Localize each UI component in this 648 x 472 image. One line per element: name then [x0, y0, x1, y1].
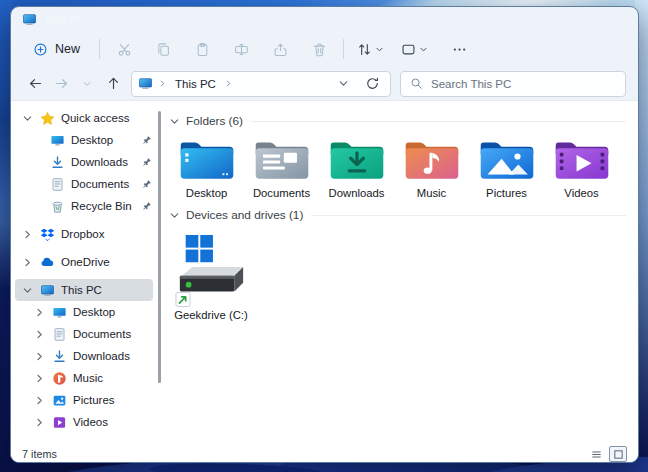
- sidebar-item-desktop[interactable]: Desktop: [11, 301, 161, 323]
- pin-icon: [141, 179, 152, 190]
- this-pc-monitor-icon: [138, 76, 153, 91]
- chevron-right-icon[interactable]: [21, 257, 33, 268]
- documents-doc-icon: [51, 326, 67, 342]
- sidebar-item-pictures[interactable]: Pictures: [11, 389, 161, 411]
- desktop-blue-icon: [49, 132, 65, 148]
- sidebar-item-downloads[interactable]: Downloads: [11, 345, 161, 367]
- breadcrumb-item[interactable]: This PC: [172, 77, 219, 91]
- sidebar-item-label: Documents: [73, 328, 131, 340]
- search-icon: [410, 77, 423, 90]
- sidebar-item-videos[interactable]: Videos: [11, 411, 161, 433]
- chevron-right-icon[interactable]: [21, 229, 33, 240]
- share-button[interactable]: [265, 34, 295, 64]
- sidebar-item-label: Downloads: [73, 350, 130, 362]
- sort-icon: [357, 42, 372, 57]
- large-thumbnails-view-button[interactable]: [609, 446, 627, 462]
- paste-button[interactable]: [187, 34, 217, 64]
- sidebar-item-label: Music: [73, 372, 103, 384]
- up-button[interactable]: [101, 72, 125, 96]
- delete-button[interactable]: [304, 34, 334, 64]
- see-more-button[interactable]: [444, 34, 474, 64]
- folder-documents-icon: [253, 137, 311, 184]
- folder-videos-icon: [553, 137, 611, 184]
- sort-button[interactable]: [353, 34, 388, 64]
- sidebar-item-recycle-bin[interactable]: Recycle Bin: [11, 195, 161, 217]
- details-view-icon: [591, 449, 602, 460]
- chevron-right-icon[interactable]: [33, 373, 45, 384]
- status-bar: 7 items: [11, 446, 638, 462]
- items-count: 7 items: [22, 448, 57, 460]
- file-item-music[interactable]: Music: [394, 137, 469, 199]
- chevron-down-icon[interactable]: [169, 116, 180, 127]
- file-item-documents[interactable]: Documents: [244, 137, 319, 199]
- chevron-down-icon[interactable]: [169, 210, 180, 221]
- file-item-videos[interactable]: Videos: [544, 137, 619, 199]
- folder-desktop-icon: [178, 137, 236, 184]
- file-item-label: Geekdrive (C:): [174, 309, 247, 321]
- sidebar-item-quick-access[interactable]: Quick access: [11, 107, 161, 129]
- view-button[interactable]: [397, 34, 432, 64]
- pin-icon: [141, 157, 152, 168]
- window-title: This PC: [44, 13, 86, 25]
- details-view-button[interactable]: [587, 446, 605, 462]
- section-title: Folders (6): [186, 114, 243, 128]
- sidebar-item-music[interactable]: Music: [11, 367, 161, 389]
- sidebar-item-label: Documents: [71, 178, 129, 190]
- file-item-geekdrive-c-[interactable]: Geekdrive (C:): [169, 233, 253, 321]
- new-button[interactable]: New: [25, 37, 90, 62]
- pictures-small-icon: [51, 392, 67, 408]
- paste-icon: [195, 42, 210, 57]
- sidebar-item-documents[interactable]: Documents: [11, 173, 161, 195]
- desktop-blue-icon: [51, 304, 67, 320]
- chevron-right-icon[interactable]: [33, 395, 45, 406]
- address-box[interactable]: This PC: [131, 71, 391, 97]
- copy-button[interactable]: [148, 34, 178, 64]
- chevron-right-icon[interactable]: [33, 351, 45, 362]
- dd-chevron-icon: [375, 45, 384, 54]
- pin-icon: [141, 135, 152, 146]
- sidebar-item-this-pc[interactable]: This PC: [15, 279, 153, 301]
- rename-button[interactable]: [226, 34, 256, 64]
- content-pane: Folders (6)DesktopDocumentsDownloadsMusi…: [161, 101, 638, 446]
- sidebar-item-dropbox[interactable]: Dropbox: [11, 223, 161, 245]
- more-dots-icon: [452, 42, 467, 57]
- address-dropdown-button[interactable]: [331, 72, 355, 96]
- new-button-label: New: [55, 42, 80, 56]
- item-grid: Geekdrive (C:): [169, 231, 626, 321]
- downloads-arrow-icon: [49, 154, 65, 170]
- sidebar-item-label: Desktop: [71, 134, 113, 146]
- recent-locations-button[interactable]: [75, 72, 99, 96]
- folder-pictures-icon: [478, 137, 536, 184]
- sidebar-item-label: Quick access: [61, 112, 129, 124]
- file-item-pictures[interactable]: Pictures: [469, 137, 544, 199]
- chevron-down-icon[interactable]: [21, 285, 33, 296]
- copy-icon: [156, 42, 171, 57]
- section-title: Devices and drives (1): [186, 208, 303, 222]
- sidebar-item-label: OneDrive: [61, 256, 110, 268]
- back-button[interactable]: [23, 72, 47, 96]
- sidebar-item-documents[interactable]: Documents: [11, 323, 161, 345]
- sidebar-item-downloads[interactable]: Downloads: [11, 151, 161, 173]
- file-item-label: Desktop: [186, 187, 227, 199]
- sidebar-item-label: Dropbox: [61, 228, 104, 240]
- file-item-label: Documents: [253, 187, 310, 199]
- chevron-right-icon[interactable]: [33, 329, 45, 340]
- sidebar-scrollbar-thumb[interactable]: [158, 111, 161, 383]
- file-item-label: Music: [417, 187, 447, 199]
- chevron-right-icon[interactable]: [33, 417, 45, 428]
- refresh-button[interactable]: [360, 72, 384, 96]
- up-icon: [106, 76, 121, 91]
- sidebar-item-onedrive[interactable]: OneDrive: [11, 251, 161, 273]
- chevron-down-icon[interactable]: [21, 113, 33, 124]
- file-item-downloads[interactable]: Downloads: [319, 137, 394, 199]
- file-item-desktop[interactable]: Desktop: [169, 137, 244, 199]
- file-item-label: Downloads: [329, 187, 385, 199]
- cut-button[interactable]: [109, 34, 139, 64]
- chevron-right-icon[interactable]: [33, 307, 45, 318]
- forward-button[interactable]: [49, 72, 73, 96]
- sidebar-item-desktop[interactable]: Desktop: [11, 129, 161, 151]
- search-placeholder: Search This PC: [431, 78, 511, 90]
- search-box[interactable]: Search This PC: [400, 71, 626, 97]
- this-pc-monitor-icon: [22, 12, 37, 27]
- dropbox-icon: [39, 226, 55, 242]
